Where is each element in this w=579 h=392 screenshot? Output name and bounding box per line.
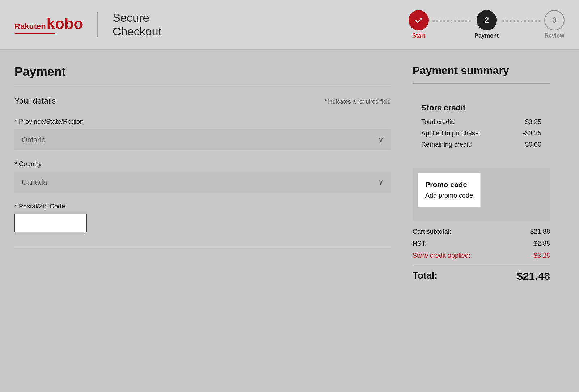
dots-4: [524, 20, 541, 22]
step-payment-circle: 2: [477, 10, 497, 30]
total-credit-value: $3.25: [525, 118, 541, 126]
promo-box: Promo code Add promo code: [418, 173, 481, 207]
logo-rakuten: Rakuten: [14, 22, 46, 31]
logo-underline: [14, 33, 55, 34]
dot: [502, 20, 504, 22]
header-divider: [97, 12, 98, 37]
checkout-steps: Start › 2 Paymen: [409, 10, 565, 39]
dot: [432, 20, 435, 22]
postal-input[interactable]: [14, 214, 87, 232]
postal-label: * Postal/Zip Code: [14, 203, 391, 210]
check-icon: [414, 15, 424, 25]
step-payment: 2 Payment: [474, 10, 499, 39]
logo-kobo: kobo: [47, 15, 83, 33]
hst-row: HST: $2.85: [413, 240, 550, 248]
dot: [440, 20, 442, 22]
total-row: Total: $21.48: [413, 270, 550, 282]
step-start-circle: [409, 10, 429, 30]
right-panel: Payment summary Store credit Total credi…: [413, 64, 550, 282]
secure-checkout-label: SecureCheckout: [113, 11, 161, 39]
dots-3: [502, 20, 519, 22]
dots-2: [454, 20, 471, 22]
remaining-value: $0.00: [525, 141, 541, 148]
add-promo-link[interactable]: Add promo code: [425, 192, 473, 199]
dot: [461, 20, 464, 22]
dot: [465, 20, 467, 22]
dot: [506, 20, 508, 22]
dot: [531, 20, 533, 22]
hst-value: $2.85: [534, 240, 550, 248]
step-start-label: Start: [412, 33, 425, 39]
step-payment-number: 2: [485, 16, 489, 25]
province-select-wrapper[interactable]: Ontario British Columbia Alberta Quebec …: [14, 129, 391, 150]
remaining-label: Remaining credit:: [421, 141, 472, 148]
postal-field-group: * Postal/Zip Code: [14, 203, 391, 232]
province-select[interactable]: Ontario British Columbia Alberta Quebec …: [14, 129, 322, 150]
province-field-group: * Province/State/Region Ontario British …: [14, 118, 391, 150]
step-review: 3 Review: [544, 10, 565, 39]
applied-row: Applied to purchase: -$3.25: [421, 130, 541, 137]
store-credit-applied-value: -$3.25: [532, 252, 550, 260]
connector-1: ›: [432, 17, 471, 25]
applied-value: -$3.25: [523, 130, 541, 137]
dot: [528, 20, 530, 22]
country-field-group: * Country Canada United States United Ki…: [14, 160, 391, 193]
province-chevron-icon: ∨: [378, 135, 384, 144]
store-credit-applied-row: Store credit applied: -$3.25: [413, 252, 550, 260]
total-label: Total:: [413, 270, 438, 282]
total-credit-label: Total credit:: [421, 118, 455, 126]
country-select[interactable]: Canada United States United Kingdom: [14, 172, 322, 193]
left-panel: Payment Your details * indicates a requi…: [14, 64, 391, 282]
total-divider: [413, 264, 550, 264]
store-credit-applied-label: Store credit applied:: [413, 252, 470, 260]
cart-summary-section: Cart subtotal: $21.88 HST: $2.85 Store c…: [413, 228, 550, 282]
connector-2: ›: [502, 17, 541, 25]
dot: [458, 20, 460, 22]
your-details-row: Your details * indicates a required fiel…: [14, 96, 391, 107]
chevron-icon: ›: [451, 17, 453, 25]
dot: [535, 20, 537, 22]
total-credit-row: Total credit: $3.25: [421, 118, 541, 126]
logo-area: Rakuten kobo: [14, 15, 83, 34]
dot: [538, 20, 541, 22]
step-payment-label: Payment: [474, 33, 499, 39]
country-chevron-icon: ∨: [378, 178, 384, 186]
main-content: Payment Your details * indicates a requi…: [0, 50, 565, 297]
step-review-label: Review: [544, 33, 564, 39]
applied-label: Applied to purchase:: [421, 130, 481, 137]
store-credit-box: Store credit Total credit: $3.25 Applied…: [413, 94, 550, 161]
step-review-number: 3: [552, 16, 557, 25]
logo-top: Rakuten kobo: [14, 15, 83, 33]
logo-container: Rakuten kobo: [14, 15, 83, 34]
payment-title: Payment: [14, 64, 391, 79]
payment-divider: [14, 85, 391, 85]
country-select-wrapper[interactable]: Canada United States United Kingdom ∨: [14, 172, 391, 193]
summary-divider: [413, 83, 550, 84]
dot: [443, 20, 445, 22]
store-credit-title: Store credit: [421, 103, 541, 113]
dot: [454, 20, 456, 22]
header: Rakuten kobo SecureCheckout Start: [0, 0, 579, 50]
dot: [469, 20, 471, 22]
required-note: * indicates a required field: [56, 98, 391, 105]
total-value: $21.48: [517, 270, 550, 282]
promo-title: Promo code: [425, 181, 473, 189]
bottom-divider: [14, 247, 391, 247]
cart-subtotal-value: $21.88: [530, 228, 550, 236]
hst-label: HST:: [413, 240, 427, 248]
payment-summary-title: Payment summary: [413, 64, 550, 77]
step-start: Start: [409, 10, 429, 39]
promo-wrapper: Promo code Add promo code: [413, 168, 550, 221]
dots-1: [432, 20, 449, 22]
dot: [517, 20, 519, 22]
your-details-label: Your details: [14, 96, 56, 106]
dot: [524, 20, 526, 22]
step-review-circle: 3: [544, 10, 565, 30]
dot: [513, 20, 515, 22]
dot: [447, 20, 449, 22]
remaining-row: Remaining credit: $0.00: [421, 141, 541, 148]
cart-subtotal-row: Cart subtotal: $21.88: [413, 228, 550, 236]
cart-subtotal-label: Cart subtotal:: [413, 228, 451, 236]
province-label: * Province/State/Region: [14, 118, 391, 126]
chevron-icon-2: ›: [520, 17, 523, 25]
